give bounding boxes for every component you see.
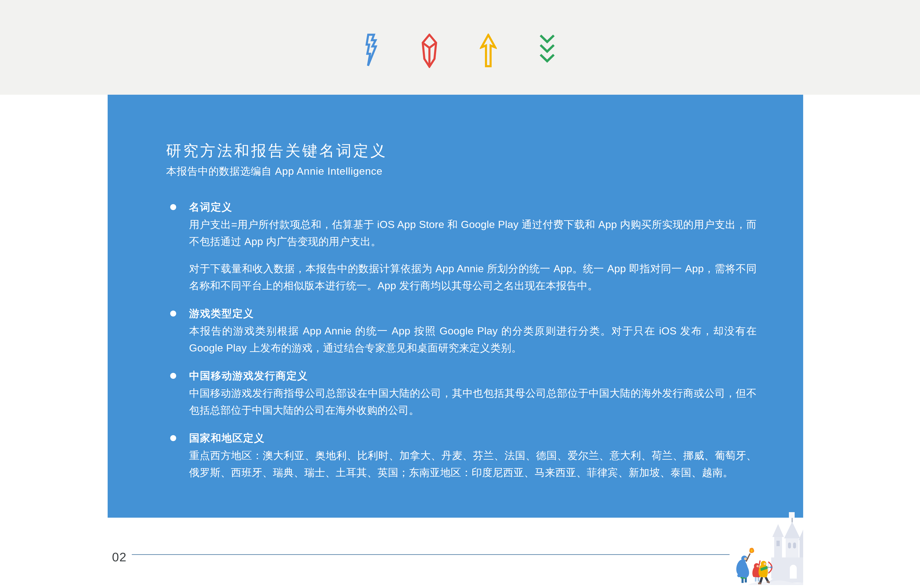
adventurer-blue-torchbearer [736, 548, 754, 583]
report-page: { "header": { "background_color": "#F2F2… [0, 0, 920, 588]
section-heading: 游戏类型定义 [189, 305, 757, 322]
triple-chevron-down-icon [539, 34, 556, 66]
section-heading: 名词定义 [189, 199, 757, 216]
castle-door [790, 565, 797, 578]
castle-window [793, 543, 796, 548]
definition-section-publishers: 中国移动游戏发行商定义 中国移动游戏发行商指母公司总部设在中国大陆的公司，其中也… [166, 367, 757, 419]
section-paragraph: 本报告的游戏类别根据 App Annie 的统一 App 按照 Google P… [166, 323, 757, 357]
castle-main-spire [784, 522, 800, 538]
section-heading-row: 名词定义 [166, 199, 757, 216]
page-number: 02 [112, 550, 127, 564]
bullet-dot-icon [170, 310, 176, 317]
arrow-up-path [481, 35, 495, 66]
footer-divider-line [132, 554, 730, 555]
lightning-bolt-path [367, 35, 376, 66]
crystal-box-icon [421, 34, 438, 68]
castle-right-spire [799, 530, 803, 540]
figure-cape [736, 559, 749, 578]
definition-section-regions: 国家和地区定义 重点西方地区：澳大利亚、奥地利、比利时、加拿大、丹麦、芬兰、法国… [166, 430, 757, 481]
section-heading-row: 国家和地区定义 [166, 430, 757, 447]
castle-left-tower [774, 537, 782, 560]
castle-window [788, 543, 791, 548]
figure-face [756, 565, 759, 567]
section-heading-row: 中国移动游戏发行商定义 [166, 367, 757, 384]
castle-left-spire [773, 524, 784, 537]
section-paragraph: 重点西方地区：澳大利亚、奥地利、比利时、加拿大、丹麦、芬兰、法国、德国、爱尔兰、… [166, 447, 757, 481]
chevron-path [541, 36, 554, 61]
header-band [0, 0, 920, 95]
figure-leg [755, 577, 756, 582]
castle-flag-icon [789, 512, 795, 518]
arrow-up-icon [480, 34, 497, 68]
lightning-bolt-icon [364, 34, 379, 67]
section-paragraph: 中国移动游戏发行商指母公司总部设在中国大陆的公司，其中也包括其母公司总部位于中国… [166, 385, 757, 419]
castle-wall [771, 557, 803, 578]
bullet-dot-icon [170, 204, 176, 210]
section-paragraph: 用户支出=用户所付款项总和，估算基于 iOS App Store 和 Googl… [166, 216, 757, 250]
section-heading: 国家和地区定义 [189, 430, 757, 447]
section-paragraph: 对于下载量和收入数据，本报告中的数据计算依据为 App Annie 所划分的统一… [166, 260, 757, 294]
slide-panel: 研究方法和报告关键名词定义 本报告中的数据选编自 App Annie Intel… [108, 95, 803, 518]
castle-and-adventurers-illustration [734, 506, 803, 585]
page-subtitle: 本报告中的数据选编自 App Annie Intelligence [166, 164, 757, 178]
castle-left-window [776, 541, 780, 546]
section-heading: 中国移动游戏发行商定义 [189, 367, 757, 384]
figure-boot [758, 583, 761, 584]
slide-content: 研究方法和报告关键名词定义 本报告中的数据选编自 App Annie Intel… [166, 95, 757, 481]
section-heading-row: 游戏类型定义 [166, 305, 757, 322]
figure-face [764, 563, 766, 565]
bullet-dot-icon [170, 435, 176, 441]
page-title: 研究方法和报告关键名词定义 [166, 142, 757, 159]
definition-section-terms: 名词定义 用户支出=用户所付款项总和，估算基于 iOS App Store 和 … [166, 199, 757, 294]
decorative-icon-row [364, 34, 556, 68]
castle-main-tower [786, 538, 799, 560]
bullet-dot-icon [170, 373, 176, 379]
definition-section-game-types: 游戏类型定义 本报告的游戏类别根据 App Annie 的统一 App 按照 G… [166, 305, 757, 357]
